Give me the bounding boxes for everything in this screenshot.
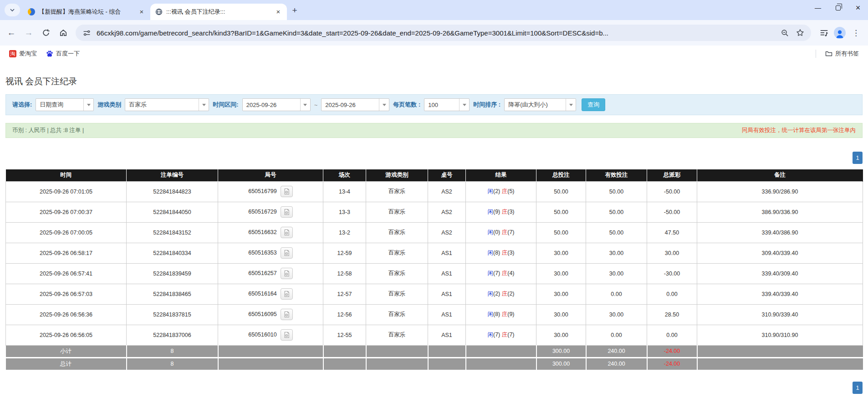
chevron-down-icon[interactable] [379, 99, 389, 111]
round-video-icon[interactable] [281, 288, 293, 300]
all-bookmarks-label: 所有书签 [835, 50, 859, 58]
result: 闲(8) 庄(9) [466, 304, 536, 325]
reading-list-icon[interactable] [818, 27, 829, 38]
round-video-icon[interactable] [281, 227, 293, 238]
chevron-down-icon[interactable] [199, 99, 209, 111]
total-count: 8 [127, 357, 218, 370]
valid-bet: 30.00 [586, 263, 647, 284]
valid-bet: 30.00 [586, 243, 647, 263]
bet-time: 2025-09-26 06:56:36 [6, 304, 127, 325]
game-type-select[interactable]: 百家乐 [125, 98, 209, 111]
new-tab-button[interactable]: + [289, 5, 301, 16]
round-video-icon[interactable] [281, 206, 293, 218]
page-number-button[interactable]: 1 [853, 152, 863, 164]
total-bet: 30.00 [536, 304, 586, 325]
total-bet: 30.00 [536, 243, 586, 263]
home-button[interactable] [56, 25, 71, 41]
window-close-button[interactable]: × [848, 0, 868, 15]
remark: 386.90/336.90 [697, 202, 863, 222]
globe-favicon-icon [155, 8, 163, 16]
bookmark-taobao[interactable]: 淘 爱淘宝 [6, 48, 40, 59]
bookmark-baidu[interactable]: 百度一下 [43, 48, 82, 59]
page-number-button[interactable]: 1 [853, 382, 863, 394]
tab-bet-records[interactable]: :::视讯 会员下注纪录::: × [150, 4, 287, 20]
subtotal-row: 小计 8 300.00 240.00 -24.00 [6, 345, 863, 357]
round-video-icon[interactable] [281, 268, 293, 279]
forward-button[interactable]: → [21, 25, 36, 41]
baidu-paw-icon [46, 50, 53, 57]
col-table: 桌号 [428, 169, 466, 181]
date-start-input[interactable]: 2025-09-26 [242, 98, 311, 111]
banker-result: 庄 [502, 229, 508, 235]
valid-bet: 50.00 [586, 181, 647, 202]
bet-time: 2025-09-26 07:00:37 [6, 202, 127, 222]
bet-row: 2025-09-26 06:58:17522841840334650516353… [6, 243, 863, 263]
valid-bet: 0.00 [586, 284, 647, 304]
bet-id: 522841838465 [127, 284, 218, 304]
date-end-input[interactable]: 2025-09-26 [321, 98, 389, 111]
table-number: AS1 [428, 243, 466, 263]
round-video-icon[interactable] [281, 247, 293, 259]
total-bet: 50.00 [536, 181, 586, 202]
per-page-select[interactable]: 100 [424, 98, 470, 111]
site-settings-icon[interactable] [81, 27, 92, 38]
round-number: 650516632 [248, 229, 277, 235]
round-number: 650516095 [248, 311, 277, 317]
total-label: 总计 [6, 357, 127, 370]
round-video-icon[interactable] [281, 329, 293, 341]
close-tab-icon[interactable]: × [274, 8, 282, 16]
subtotal-payout: -24.00 [647, 345, 697, 357]
back-button[interactable]: ← [4, 25, 19, 41]
bet-row: 2025-09-26 07:00:05522841843152650516632… [6, 222, 863, 243]
round-video-icon[interactable] [281, 309, 293, 320]
sort-select[interactable]: 降幂(由大到小) [504, 98, 576, 111]
banker-result: 庄 [502, 291, 508, 297]
col-result: 结果 [466, 169, 536, 181]
total-bet: 30.00 [536, 263, 586, 284]
round-video-icon[interactable] [281, 186, 293, 197]
round-id: 650516095 [218, 304, 323, 325]
window-restore-button[interactable] [828, 0, 848, 15]
payout: -30.00 [647, 263, 697, 284]
bookmark-star-icon[interactable] [795, 27, 806, 38]
url-text[interactable]: 66cxkj98.com/game/betrecord_search/kind3… [97, 29, 775, 37]
window-minimize-button[interactable]: — [808, 0, 828, 15]
profile-avatar[interactable] [834, 27, 846, 39]
summary-notice: 同局有效投注，统一计算在该局第一张注单内 [742, 127, 856, 134]
chevron-down-icon[interactable] [83, 99, 93, 111]
bet-id: 522841844823 [127, 181, 218, 202]
result: 闲(2) 庄(2) [466, 284, 536, 304]
browser-menu-icon[interactable]: ⋮ [850, 28, 862, 38]
subtotal-valid-bet: 240.00 [586, 345, 647, 357]
bet-table-body: 2025-09-26 07:01:05522841844823650516799… [6, 181, 863, 345]
tab-forum[interactable]: 【新提醒】海燕策略论坛 - 综合 × [23, 4, 150, 20]
col-remark: 备注 [697, 169, 863, 181]
query-type-select[interactable]: 日期查询 [36, 98, 94, 111]
bet-time: 2025-09-26 06:58:17 [6, 243, 127, 263]
col-game-type: 游戏类别 [366, 169, 428, 181]
search-button[interactable]: 查询 [582, 98, 605, 111]
player-score: (9) [493, 209, 502, 215]
table-number: AS1 [428, 263, 466, 284]
all-bookmarks-button[interactable]: 所有书签 [822, 48, 862, 59]
total-payout: -24.00 [647, 357, 697, 370]
chevron-down-icon[interactable] [566, 99, 576, 111]
reload-button[interactable] [38, 25, 54, 41]
bet-row: 2025-09-26 07:01:05522841844823650516799… [6, 181, 863, 202]
address-bar[interactable]: 66cxkj98.com/game/betrecord_search/kind3… [76, 25, 811, 41]
remark: 339.40/386.90 [697, 222, 863, 243]
zoom-level-icon[interactable] [779, 27, 790, 38]
pagination-top: 1 [5, 152, 863, 164]
remark: 339.40/309.40 [697, 263, 863, 284]
session: 12-56 [323, 304, 366, 325]
chevron-down-icon[interactable] [300, 99, 310, 111]
bet-time: 2025-09-26 07:01:05 [6, 181, 127, 202]
player-result: 闲 [487, 250, 493, 256]
close-tab-icon[interactable]: × [138, 8, 146, 16]
round-number: 650516799 [248, 188, 277, 194]
bet-id: 522841837815 [127, 304, 218, 325]
chevron-down-icon[interactable] [459, 99, 469, 111]
filter-bar: 请选择: 日期查询 游戏类别 百家乐 时间区间: 2025-09-26 ~ 20… [5, 94, 863, 115]
tab-search-button[interactable] [5, 4, 20, 16]
banker-result: 庄 [502, 270, 508, 276]
